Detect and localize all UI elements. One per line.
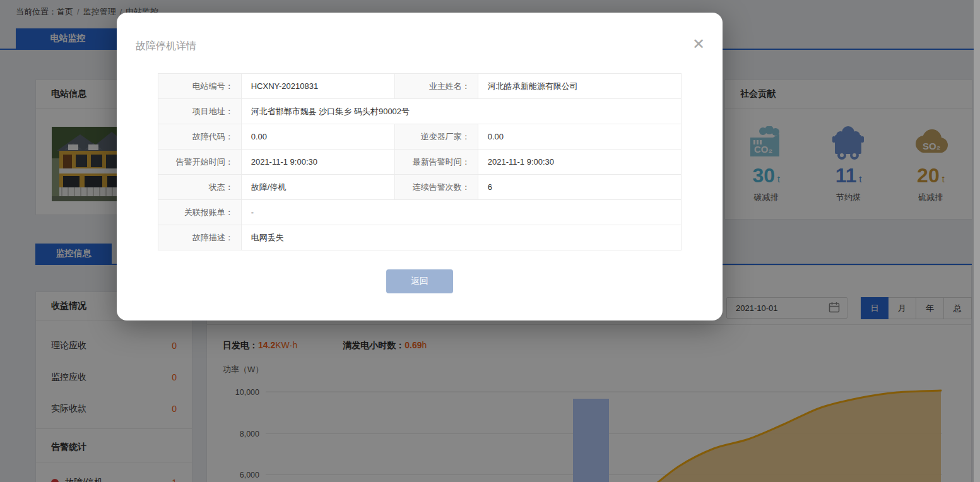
field-value: 故障/停机 (242, 175, 395, 199)
field-label: 告警开始时间： (158, 150, 242, 174)
field-value: 6 (478, 175, 681, 199)
field-label: 状态： (158, 175, 242, 199)
fault-detail-modal: 故障停机详情 ✕ 电站编号：HCXNY-20210831业主姓名：河北皓承新能源… (117, 13, 723, 320)
field-label: 项目地址： (158, 99, 242, 124)
modal-title: 故障停机详情 (136, 40, 196, 53)
field-label: 故障描述： (158, 225, 242, 250)
close-icon[interactable]: ✕ (692, 37, 705, 52)
field-label: 业主姓名： (395, 74, 478, 98)
field-value: 河北省邯郸市魏县 沙口集乡 码头村90002号 (242, 99, 681, 124)
fault-detail-table: 电站编号：HCXNY-20210831业主姓名：河北皓承新能源有限公司项目地址：… (158, 73, 682, 250)
page: 当前位置：首页/监控管理/电站监控 电站监控 电站信息 (0, 0, 980, 482)
field-value: 2021-11-1 9:00:30 (242, 150, 395, 174)
field-label: 电站编号： (158, 74, 242, 98)
table-row: 状态：故障/停机连续告警次数：6 (158, 175, 681, 200)
field-value: 河北皓承新能源有限公司 (478, 74, 681, 98)
field-value: - (242, 200, 681, 225)
field-label: 故障代码： (158, 124, 242, 149)
table-row: 电站编号：HCXNY-20210831业主姓名：河北皓承新能源有限公司 (158, 74, 681, 99)
field-value: HCXNY-20210831 (242, 74, 395, 98)
field-value: 0.00 (242, 124, 395, 149)
field-value: 2021-11-1 9:00:30 (478, 150, 681, 174)
table-row: 关联报账单：- (158, 200, 681, 225)
field-label: 连续告警次数： (395, 175, 478, 199)
table-row: 告警开始时间：2021-11-1 9:00:30最新告警时间：2021-11-1… (158, 150, 681, 175)
field-value: 0.00 (478, 124, 681, 149)
field-value: 电网丢失 (242, 225, 681, 250)
table-row: 故障描述：电网丢失 (158, 225, 681, 250)
table-row: 故障代码：0.00逆变器厂家：0.00 (158, 124, 681, 150)
field-label: 逆变器厂家： (395, 124, 478, 149)
field-label: 最新告警时间： (395, 150, 478, 174)
field-label: 关联报账单： (158, 200, 242, 225)
vertical-scrollbar[interactable] (974, 0, 980, 482)
table-row: 项目地址：河北省邯郸市魏县 沙口集乡 码头村90002号 (158, 99, 681, 124)
back-button[interactable]: 返回 (386, 269, 453, 293)
